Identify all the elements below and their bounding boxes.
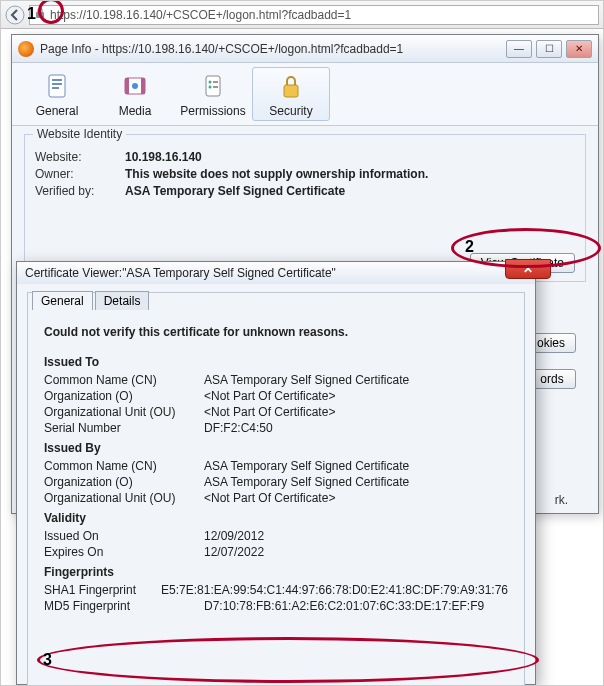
- tech-details-fragment: rk.: [555, 493, 568, 507]
- section-fingerprints: Fingerprints: [44, 565, 508, 579]
- label-o-by: Organization (O): [44, 475, 204, 489]
- back-button[interactable]: [5, 5, 25, 25]
- firefox-icon: [18, 41, 34, 57]
- cert-viewer-title: Certificate Viewer:"ASA Temporary Self S…: [25, 266, 336, 280]
- page-info-title: Page Info - https://10.198.16.140/+CSCOE…: [40, 42, 403, 56]
- cert-viewer-titlebar: Certificate Viewer:"ASA Temporary Self S…: [17, 262, 535, 284]
- tab-media-label: Media: [97, 104, 173, 118]
- svg-rect-12: [213, 81, 218, 83]
- cert-warning: Could not verify this certificate for un…: [44, 325, 508, 339]
- issued-by-o: ASA Temporary Self Signed Certificate: [204, 475, 508, 489]
- svg-rect-2: [49, 75, 65, 97]
- certificate-viewer-window: Certificate Viewer:"ASA Temporary Self S…: [16, 261, 536, 685]
- issued-to-cn: ASA Temporary Self Signed Certificate: [204, 373, 508, 387]
- svg-rect-5: [52, 87, 59, 89]
- website-value: 10.198.16.140: [125, 150, 575, 164]
- close-button[interactable]: ✕: [566, 40, 592, 58]
- label-sha1: SHA1 Fingerprint: [44, 583, 161, 597]
- svg-rect-7: [125, 78, 129, 94]
- label-serial: Serial Number: [44, 421, 204, 435]
- url-bar[interactable]: https://10.198.16.140/+CSCOE+/logon.html…: [29, 5, 599, 25]
- tab-media[interactable]: Media: [96, 67, 174, 121]
- tab-permissions[interactable]: Permissions: [174, 67, 252, 121]
- permissions-icon: [175, 72, 251, 102]
- label-md5: MD5 Fingerprint: [44, 599, 204, 613]
- issued-by-ou: <Not Part Of Certificate>: [204, 491, 508, 505]
- media-icon: [97, 72, 173, 102]
- tab-general-label: General: [19, 104, 95, 118]
- website-label: Website:: [35, 150, 125, 164]
- tab-security[interactable]: Security: [252, 67, 330, 121]
- page-info-titlebar: Page Info - https://10.198.16.140/+CSCOE…: [12, 35, 598, 63]
- section-issued-to: Issued To: [44, 355, 508, 369]
- svg-rect-1: [36, 12, 44, 18]
- svg-point-0: [6, 6, 24, 24]
- cert-tab-details[interactable]: Details: [95, 291, 150, 310]
- verifiedby-label: Verified by:: [35, 184, 125, 198]
- fingerprint-md5: D7:10:78:FB:61:A2:E6:C2:01:07:6C:33:DE:1…: [204, 599, 508, 613]
- label-cn: Common Name (CN): [44, 373, 204, 387]
- maximize-button[interactable]: ☐: [536, 40, 562, 58]
- owner-label: Owner:: [35, 167, 125, 181]
- label-cn-by: Common Name (CN): [44, 459, 204, 473]
- page-info-toolbar: General Media Permissions Security: [12, 63, 598, 126]
- issued-to-serial: DF:F2:C4:50: [204, 421, 508, 435]
- label-expires-on: Expires On: [44, 545, 204, 559]
- fingerprint-sha1: E5:7E:81:EA:99:54:C1:44:97:66:78:D0:E2:4…: [161, 583, 508, 597]
- document-icon: [19, 72, 95, 102]
- label-ou-by: Organizational Unit (OU): [44, 491, 204, 505]
- issued-to-o: <Not Part Of Certificate>: [204, 389, 508, 403]
- issued-by-cn: ASA Temporary Self Signed Certificate: [204, 459, 508, 473]
- cert-viewer-close-button[interactable]: ✕: [505, 259, 551, 279]
- cert-tab-general[interactable]: General: [32, 291, 93, 310]
- section-issued-by: Issued By: [44, 441, 508, 455]
- tab-security-label: Security: [253, 104, 329, 118]
- svg-rect-15: [284, 85, 298, 97]
- svg-point-11: [209, 81, 212, 84]
- verifiedby-value: ASA Temporary Self Signed Certificate: [125, 184, 575, 198]
- validity-expires-on: 12/07/2022: [204, 545, 508, 559]
- website-identity-group: Website Identity Website: 10.198.16.140 …: [24, 134, 586, 282]
- browser-nav-bar: https://10.198.16.140/+CSCOE+/logon.html…: [1, 1, 603, 29]
- security-lock-icon: [253, 72, 329, 102]
- label-o: Organization (O): [44, 389, 204, 403]
- website-identity-legend: Website Identity: [33, 127, 126, 141]
- validity-issued-on: 12/09/2012: [204, 529, 508, 543]
- owner-value: This website does not supply ownership i…: [125, 167, 575, 181]
- label-issued-on: Issued On: [44, 529, 204, 543]
- minimize-button[interactable]: —: [506, 40, 532, 58]
- label-ou: Organizational Unit (OU): [44, 405, 204, 419]
- tab-general[interactable]: General: [18, 67, 96, 121]
- section-validity: Validity: [44, 511, 508, 525]
- svg-rect-14: [213, 86, 218, 88]
- issued-to-ou: <Not Part Of Certificate>: [204, 405, 508, 419]
- svg-point-13: [209, 86, 212, 89]
- annotation-label-2: 2: [465, 238, 474, 256]
- annotation-label-3: 3: [43, 651, 52, 669]
- annotation-label-1: 1: [27, 5, 36, 23]
- url-text: https://10.198.16.140/+CSCOE+/logon.html…: [50, 8, 351, 22]
- svg-rect-4: [52, 83, 62, 85]
- svg-point-9: [132, 83, 138, 89]
- tab-permissions-label: Permissions: [175, 104, 251, 118]
- svg-rect-8: [141, 78, 145, 94]
- svg-rect-3: [52, 79, 62, 81]
